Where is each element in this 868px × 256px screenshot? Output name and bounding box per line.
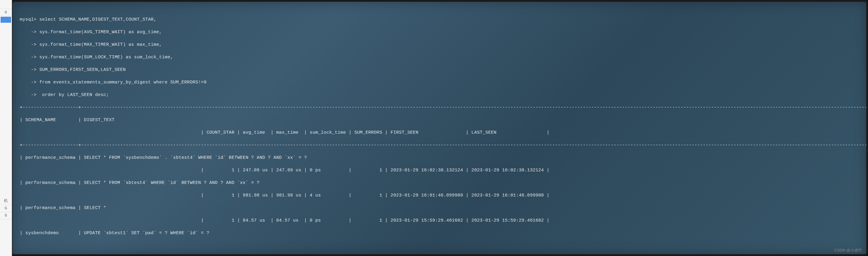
row-0-line-2: | 1 | 247.09 us | 247.09 us | 0 ps | 1 |…	[20, 167, 859, 174]
query-line-0: mysql> select SCHEMA_NAME,DIGEST_TEXT,CO…	[20, 16, 859, 23]
sidebar-highlight	[1, 17, 11, 23]
query-line-1: -> sys.format_time(AVG_TIMER_WAIT) as av…	[20, 29, 859, 35]
sidebar-item-0: 机	[0, 197, 12, 205]
query-line-3: -> sys.format_time(SUM_LOCK_TIME) as sum…	[20, 54, 859, 61]
sidebar-num: 0	[0, 9, 12, 16]
sidebar-spacer	[0, 0, 12, 9]
query-line-2: -> sys.format_time(MAX_TIMER_WAIT) as ma…	[20, 42, 859, 48]
left-sidebar: 0 机 G G	[0, 0, 12, 256]
query-line-5: -> from events_statements_summary_by_dig…	[20, 79, 859, 85]
query-line-4: -> SUM_ERRORS,FIRST_SEEN,LAST_SEEN	[20, 67, 859, 73]
header-line-2: | COUNT_STAR | avg_time | max_time | sum…	[20, 130, 859, 136]
window-frame: 0 机 G G mysql> select SCHEMA_NAME,DIGEST…	[0, 0, 868, 256]
row-1-line-1: | performance_schema | SELECT * FROM `sb…	[20, 180, 859, 186]
row-1-line-2: | 1 | 981.98 us | 981.98 us | 4 us | 1 |…	[20, 192, 859, 198]
row-3-line-1: | sysbenchdemo | UPDATE `sbtest1` SET `p…	[20, 230, 859, 236]
terminal-window[interactable]: mysql> select SCHEMA_NAME,DIGEST_TEXT,CO…	[12, 2, 866, 254]
terminal-output: mysql> select SCHEMA_NAME,DIGEST_TEXT,CO…	[20, 10, 859, 249]
header-line-1: | SCHEMA_NAME | DIGEST_TEXT	[20, 117, 859, 123]
sidebar-item-1: G	[0, 205, 12, 212]
sidebar-item-2: G	[0, 212, 12, 219]
separator-mid: +--------------------+------------------…	[20, 142, 859, 148]
row-2-line-2: | 1 | 84.57 us | 84.57 us | 0 ps | 1 | 2…	[20, 217, 859, 224]
row-0-line-1: | performance_schema | SELECT * FROM `sy…	[20, 155, 859, 161]
row-2-line-1: | performance_schema | SELECT *	[20, 205, 859, 211]
watermark-text: CSDN @小虚竹	[834, 248, 862, 253]
query-line-6: -> order by LAST_SEEN desc;	[20, 92, 859, 98]
separator-top: +--------------------+------------------…	[20, 104, 859, 111]
